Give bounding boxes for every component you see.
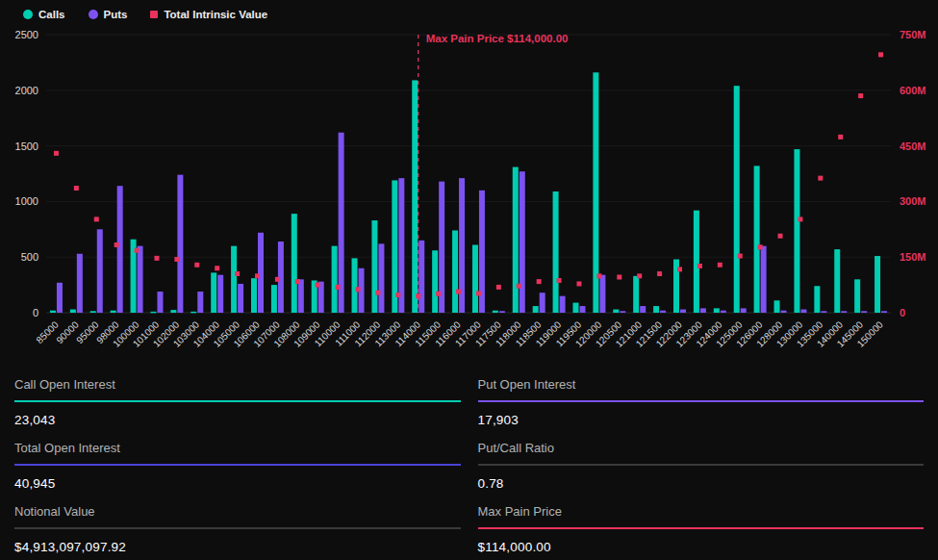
svg-text:2000: 2000 xyxy=(15,85,38,96)
legend-item-total-intrinsic-value[interactable]: Total Intrinsic Value xyxy=(150,9,267,20)
svg-text:300M: 300M xyxy=(900,195,926,207)
chart-canvas[interactable]: 00500150M1000300M1500450M2000600M2500750… xyxy=(0,23,938,362)
svg-text:750M: 750M xyxy=(900,29,926,40)
svg-text:0: 0 xyxy=(33,307,38,318)
stat-label: Put Open Interest xyxy=(478,377,925,400)
stat-value: 17,903 xyxy=(478,402,925,427)
intrinsic-swatch-icon xyxy=(150,11,158,18)
stat-label: Notional Value xyxy=(14,504,461,527)
svg-text:1000: 1000 xyxy=(15,195,38,207)
calls-swatch-icon xyxy=(23,10,33,19)
stat-call-open-interest: Call Open Interest 23,043 xyxy=(14,369,461,433)
stat-put-call-ratio: Put/Call Ratio 0.78 xyxy=(478,433,925,496)
svg-text:600M: 600M xyxy=(900,85,926,96)
svg-text:2500: 2500 xyxy=(15,29,38,40)
stat-value: 23,043 xyxy=(14,402,461,427)
svg-text:150M: 150M xyxy=(900,251,926,263)
stat-value: $114,000.00 xyxy=(478,529,925,554)
puts-swatch-icon xyxy=(89,10,98,19)
options-max-pain-page: Calls Puts Total Intrinsic Value 0050015… xyxy=(0,0,938,560)
stat-max-pain-price: Max Pain Price $114,000.00 xyxy=(478,496,925,560)
stat-value: $4,913,097,097.92 xyxy=(14,529,461,554)
svg-text:450M: 450M xyxy=(900,140,926,152)
stat-label: Call Open Interest xyxy=(14,377,461,400)
legend-item-puts[interactable]: Puts xyxy=(89,9,128,20)
svg-text:1500: 1500 xyxy=(15,140,38,152)
svg-text:0: 0 xyxy=(900,307,905,318)
stat-put-open-interest: Put Open Interest 17,903 xyxy=(478,369,925,433)
stat-label: Put/Call Ratio xyxy=(478,441,925,464)
legend-label-total-intrinsic-value: Total Intrinsic Value xyxy=(164,9,267,20)
stat-value: 40,945 xyxy=(14,466,461,491)
stat-notional-value: Notional Value $4,913,097,097.92 xyxy=(14,496,461,560)
stat-total-open-interest: Total Open Interest 40,945 xyxy=(14,433,461,496)
chart-legend: Calls Puts Total Intrinsic Value xyxy=(0,0,938,23)
legend-label-puts: Puts xyxy=(104,9,128,20)
stat-label: Max Pain Price xyxy=(478,504,925,527)
legend-item-calls[interactable]: Calls xyxy=(23,9,65,20)
legend-label-calls: Calls xyxy=(38,9,65,20)
svg-text:Max Pain Price $114,000.00: Max Pain Price $114,000.00 xyxy=(426,33,569,44)
svg-text:500: 500 xyxy=(21,251,38,263)
stat-label: Total Open Interest xyxy=(14,441,461,464)
options-open-interest-chart[interactable]: 00500150M1000300M1500450M2000600M2500750… xyxy=(0,23,938,362)
stats-panel: Call Open Interest 23,043 Put Open Inter… xyxy=(0,362,938,560)
stat-value: 0.78 xyxy=(478,466,925,491)
